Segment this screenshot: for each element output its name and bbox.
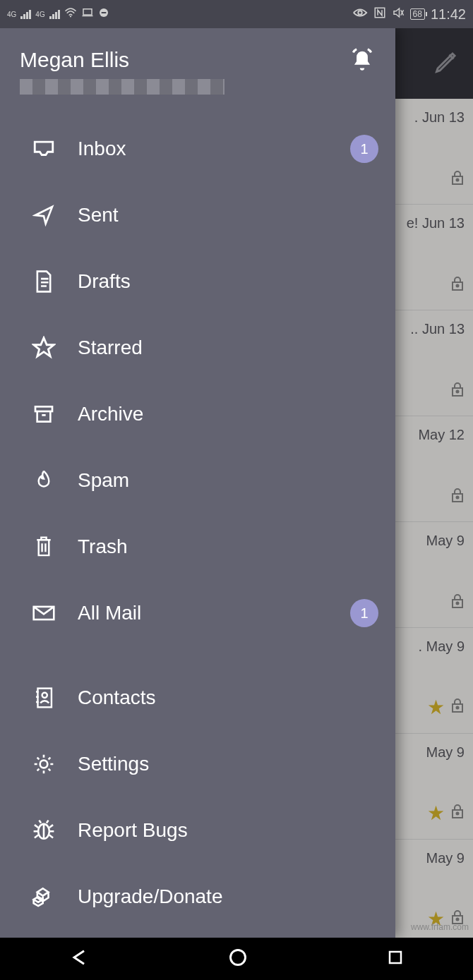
svg-rect-30	[390, 952, 401, 963]
spam-icon	[28, 468, 59, 492]
svg-point-0	[70, 16, 71, 17]
svg-rect-1	[83, 9, 92, 15]
menu-label: Trash	[78, 536, 378, 558]
folder-drafts[interactable]: Drafts	[0, 248, 395, 315]
action-contacts[interactable]: Contacts	[0, 665, 395, 731]
unread-badge: 1	[350, 599, 378, 627]
drawer-header: Megan Ellis	[0, 28, 395, 103]
settings-icon	[28, 753, 59, 775]
network-label: 4G	[7, 11, 16, 18]
trash-icon	[28, 535, 59, 559]
action-list: ContactsSettingsReport BugsUpgrade/Donat…	[0, 652, 395, 980]
folder-sent[interactable]: Sent	[0, 182, 395, 248]
inbox-icon	[28, 138, 59, 159]
user-email-redacted	[20, 79, 224, 95]
starred-icon	[28, 336, 59, 360]
contacts-icon	[28, 686, 59, 710]
nfc-icon	[373, 6, 386, 22]
recent-button[interactable]	[387, 949, 404, 969]
menu-label: Starred	[78, 337, 378, 359]
wifi-icon	[64, 8, 77, 20]
svg-point-27	[40, 761, 48, 768]
mute-icon	[392, 6, 405, 22]
menu-label: Settings	[78, 753, 378, 775]
bell-icon[interactable]	[349, 48, 376, 78]
folder-inbox[interactable]: Inbox1	[0, 116, 395, 182]
nav-drawer: Megan Ellis Inbox1SentDraftsStarredArchi…	[0, 28, 395, 938]
dnd-icon	[98, 7, 109, 21]
system-navbar	[0, 938, 473, 980]
eye-icon	[352, 8, 368, 20]
menu-label: Upgrade/Donate	[78, 885, 378, 908]
signal-icon	[49, 9, 60, 19]
action-bugs[interactable]: Report Bugs	[0, 797, 395, 864]
watermark: www.frfam.com	[411, 922, 469, 932]
menu-label: Contacts	[78, 686, 378, 709]
action-upgrade[interactable]: Upgrade/Donate	[0, 864, 395, 930]
svg-point-29	[230, 950, 245, 965]
unread-badge: 1	[350, 135, 378, 163]
laptop-icon	[81, 8, 94, 20]
svg-point-3	[358, 11, 362, 15]
back-button[interactable]	[69, 948, 89, 970]
battery-icon: 68	[410, 8, 425, 20]
folder-starred[interactable]: Starred	[0, 315, 395, 381]
drafts-icon	[28, 270, 59, 294]
menu-label: Inbox	[78, 138, 350, 160]
upgrade-icon	[28, 886, 59, 907]
bugs-icon	[28, 819, 59, 842]
svg-point-26	[42, 693, 47, 698]
home-button[interactable]	[228, 948, 248, 970]
archive-icon	[28, 403, 59, 425]
signal-icon	[20, 9, 31, 19]
menu-label: Sent	[78, 204, 378, 226]
folder-archive[interactable]: Archive	[0, 381, 395, 447]
allmail-icon	[28, 604, 59, 622]
folder-list: Inbox1SentDraftsStarredArchiveSpamTrashA…	[0, 103, 395, 646]
folder-trash[interactable]: Trash	[0, 514, 395, 580]
sent-icon	[28, 204, 59, 226]
menu-label: Spam	[78, 469, 378, 492]
menu-label: All Mail	[78, 602, 350, 624]
status-bar: 4G 4G 68 11:42	[0, 0, 473, 28]
folder-allmail[interactable]: All Mail1	[0, 580, 395, 646]
menu-label: Drafts	[78, 270, 378, 293]
folder-spam[interactable]: Spam	[0, 447, 395, 514]
menu-label: Archive	[78, 403, 378, 425]
clock: 11:42	[431, 6, 466, 23]
menu-label: Report Bugs	[78, 819, 378, 842]
user-name: Megan Ellis	[20, 48, 349, 72]
action-settings[interactable]: Settings	[0, 731, 395, 797]
svg-rect-23	[35, 406, 52, 411]
